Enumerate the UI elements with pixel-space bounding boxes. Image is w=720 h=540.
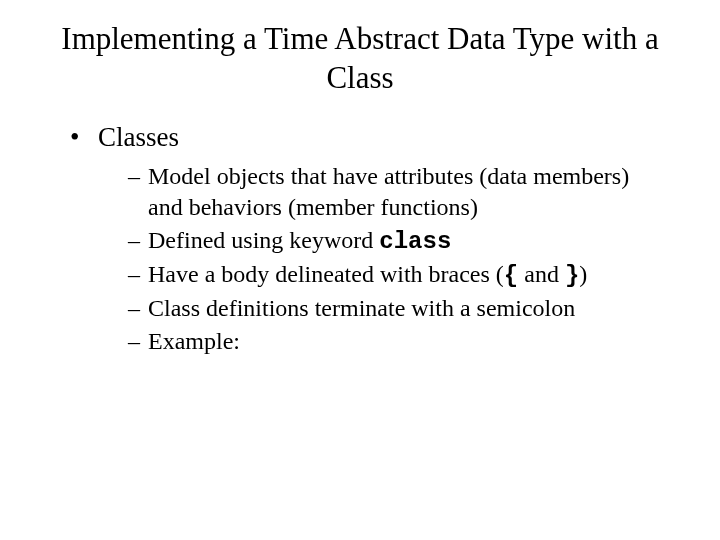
- slide-title: Implementing a Time Abstract Data Type w…: [60, 20, 660, 98]
- slide: Implementing a Time Abstract Data Type w…: [0, 0, 720, 540]
- code-open-brace: {: [504, 262, 518, 289]
- sub-body-braces-post: ): [579, 261, 587, 287]
- bullet-list-level1: Classes Model objects that have attribut…: [60, 122, 660, 358]
- sub-model-objects: Model objects that have attributes (data…: [128, 161, 660, 223]
- sub-body-braces-pre: Have a body delineated with braces (: [148, 261, 504, 287]
- sub-defined-keyword: Defined using keyword class: [128, 225, 660, 257]
- sub-body-braces-mid: and: [518, 261, 565, 287]
- bullet-list-level2: Model objects that have attributes (data…: [98, 161, 660, 358]
- sub-semicolon: Class definitions terminate with a semic…: [128, 293, 660, 324]
- sub-example-text: Example:: [148, 328, 240, 354]
- sub-example: Example:: [128, 326, 660, 357]
- sub-model-objects-text: Model objects that have attributes (data…: [148, 163, 629, 220]
- bullet-classes: Classes Model objects that have attribut…: [70, 122, 660, 358]
- sub-semicolon-text: Class definitions terminate with a semic…: [148, 295, 575, 321]
- sub-body-braces: Have a body delineated with braces ({ an…: [128, 259, 660, 291]
- code-class-keyword: class: [379, 228, 451, 255]
- bullet-classes-label: Classes: [98, 122, 179, 152]
- sub-defined-keyword-pre: Defined using keyword: [148, 227, 379, 253]
- code-close-brace: }: [565, 262, 579, 289]
